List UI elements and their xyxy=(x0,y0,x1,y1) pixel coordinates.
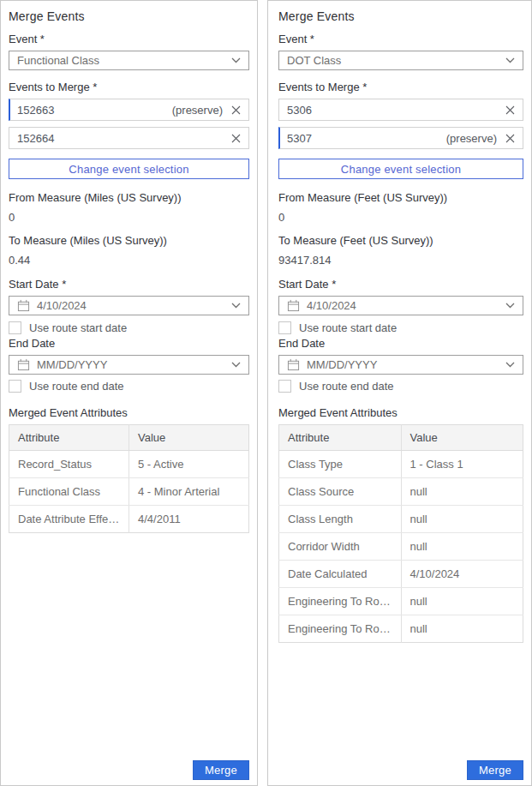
end-date-picker[interactable]: MM/DD/YYYY xyxy=(9,355,249,375)
value-cell: 4/4/2011 xyxy=(129,506,249,533)
event-select-value: Functional Class xyxy=(17,54,231,67)
event-to-merge-input[interactable]: 5307 (preserve) xyxy=(278,127,523,149)
attribute-cell: Record_Status xyxy=(9,451,129,478)
panel-footer: Merge xyxy=(9,753,249,780)
from-measure-value: 0 xyxy=(278,212,523,224)
attribute-cell: Corridor Width xyxy=(279,533,402,561)
event-to-merge-input[interactable]: 152663 (preserve) xyxy=(9,99,249,121)
from-measure-value: 0 xyxy=(9,212,249,224)
start-date-label: Start Date * xyxy=(278,279,523,291)
panel-title: Merge Events xyxy=(9,9,249,23)
panel-title: Merge Events xyxy=(278,9,523,23)
table-row: Date Attribute Effective 4/4/2011 xyxy=(9,506,249,533)
use-route-end-date-checkbox[interactable]: Use route end date xyxy=(278,380,523,393)
table-row: Class Source null xyxy=(279,478,523,506)
events-to-merge-label: Events to Merge * xyxy=(278,81,523,93)
attribute-column-header: Attribute xyxy=(279,425,402,451)
to-measure-value: 0.44 xyxy=(9,255,249,267)
remove-event-icon[interactable] xyxy=(505,105,515,115)
value-cell: 5 - Active xyxy=(129,451,249,478)
chevron-down-icon xyxy=(505,57,515,63)
checkbox-label: Use route start date xyxy=(29,321,127,334)
remove-event-icon[interactable] xyxy=(505,134,515,143)
change-event-selection-button[interactable]: Change event selection xyxy=(9,159,249,179)
event-to-merge-input[interactable]: 152664 xyxy=(9,127,249,149)
preserve-tag: (preserve) xyxy=(446,132,497,145)
attribute-cell: Engineering To Route ... xyxy=(279,615,402,643)
value-cell: 1 - Class 1 xyxy=(401,451,523,478)
attribute-cell: Class Type xyxy=(279,451,402,478)
to-measure-label: To Measure (Miles (US Survey)) xyxy=(9,235,249,247)
checkbox-box[interactable] xyxy=(9,380,21,393)
merged-event-attributes-title: Merged Event Attributes xyxy=(9,407,249,419)
value-column-header: Value xyxy=(401,425,523,451)
value-cell: 4 - Minor Arterial xyxy=(129,478,249,506)
event-id: 5306 xyxy=(287,104,312,117)
chevron-down-icon xyxy=(231,303,241,309)
calendar-icon xyxy=(287,358,300,371)
value-cell: null xyxy=(401,615,523,643)
start-date-picker[interactable]: 4/10/2024 xyxy=(278,296,523,315)
to-measure-value: 93417.814 xyxy=(278,255,523,267)
checkbox-label: Use route end date xyxy=(29,380,124,393)
chevron-down-icon xyxy=(505,303,515,309)
checkbox-label: Use route end date xyxy=(299,380,394,393)
to-measure-label: To Measure (Feet (US Survey)) xyxy=(278,235,523,247)
remove-event-icon[interactable] xyxy=(231,105,241,115)
table-row: Date Calculated 4/10/2024 xyxy=(279,561,523,588)
value-cell: null xyxy=(401,506,523,533)
value-cell: null xyxy=(401,588,523,615)
table-header-row: Attribute Value xyxy=(9,425,249,451)
attribute-cell: Date Calculated xyxy=(279,561,402,588)
merge-events-workspace: Merge Events Event * Functional Class Ev… xyxy=(0,0,532,786)
event-select[interactable]: Functional Class xyxy=(9,51,249,70)
event-id: 5307 xyxy=(287,132,312,145)
panel-footer: Merge xyxy=(278,753,523,780)
checkbox-box[interactable] xyxy=(278,321,291,334)
end-date-picker[interactable]: MM/DD/YYYY xyxy=(278,355,523,375)
checkbox-box[interactable] xyxy=(278,380,291,393)
attribute-column-header: Attribute xyxy=(9,425,129,451)
attribute-cell: Class Length xyxy=(279,506,402,533)
end-date-label: End Date xyxy=(9,338,249,350)
preserve-tag: (preserve) xyxy=(172,104,223,117)
table-row: Class Length null xyxy=(279,506,523,533)
event-to-merge-input[interactable]: 5306 xyxy=(278,99,523,121)
merge-button[interactable]: Merge xyxy=(467,760,523,780)
attribute-cell: Date Attribute Effective xyxy=(9,506,129,533)
remove-event-icon[interactable] xyxy=(231,134,241,143)
calendar-icon xyxy=(17,358,30,371)
from-measure-label: From Measure (Feet (US Survey)) xyxy=(278,192,523,204)
use-route-start-date-checkbox[interactable]: Use route start date xyxy=(9,321,249,334)
event-select[interactable]: DOT Class xyxy=(278,51,523,70)
checkbox-box[interactable] xyxy=(9,321,21,334)
value-cell: 4/10/2024 xyxy=(401,561,523,588)
value-column-header: Value xyxy=(129,425,249,451)
value-cell: null xyxy=(401,478,523,506)
event-select-value: DOT Class xyxy=(287,54,505,67)
table-row: Record_Status 5 - Active xyxy=(9,451,249,478)
start-date-label: Start Date * xyxy=(9,279,249,291)
merged-event-attributes-table: Attribute Value Record_Status 5 - Active… xyxy=(9,424,249,533)
event-id: 152663 xyxy=(17,104,54,117)
event-id: 152664 xyxy=(17,132,54,145)
table-row: Corridor Width null xyxy=(279,533,523,561)
use-route-start-date-checkbox[interactable]: Use route start date xyxy=(278,321,523,334)
end-date-label: End Date xyxy=(278,338,523,350)
change-event-selection-button[interactable]: Change event selection xyxy=(278,159,523,179)
chevron-down-icon xyxy=(231,57,241,63)
events-to-merge-label: Events to Merge * xyxy=(9,81,249,93)
start-date-picker[interactable]: 4/10/2024 xyxy=(9,296,249,315)
end-date-placeholder: MM/DD/YYYY xyxy=(307,358,499,371)
end-date-placeholder: MM/DD/YYYY xyxy=(37,358,224,371)
use-route-end-date-checkbox[interactable]: Use route end date xyxy=(9,380,249,393)
event-label: Event * xyxy=(278,33,523,45)
checkbox-label: Use route start date xyxy=(299,321,397,334)
attribute-cell: Functional Class xyxy=(9,478,129,506)
attribute-cell: Class Source xyxy=(279,478,402,506)
merge-button[interactable]: Merge xyxy=(193,760,249,780)
attribute-cell: Engineering To RouteID xyxy=(279,588,402,615)
start-date-value: 4/10/2024 xyxy=(307,299,499,312)
from-measure-label: From Measure (Miles (US Survey)) xyxy=(9,192,249,204)
event-label: Event * xyxy=(9,33,249,45)
